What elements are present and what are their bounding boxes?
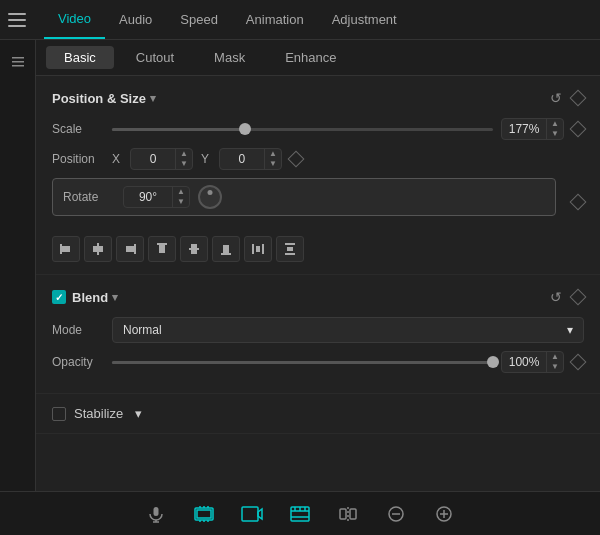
rotate-input[interactable] (124, 187, 172, 207)
scale-keyframe-icon[interactable] (570, 121, 587, 138)
opacity-input-group: ▲ ▼ (501, 351, 564, 373)
blend-checkbox[interactable]: ✓ (52, 290, 66, 304)
blend-mode-label: Mode (52, 323, 104, 337)
pin-icon: ▾ (150, 92, 156, 105)
blend-checkbox-label[interactable]: ✓ Blend (52, 290, 108, 305)
pos-y-input[interactable] (220, 149, 264, 169)
stabilize-label: Stabilize (74, 406, 123, 421)
video-clip-icon[interactable] (236, 498, 268, 530)
align-bottom-btn[interactable] (212, 236, 240, 262)
blend-keyframe-icon[interactable] (570, 289, 587, 306)
scale-down-spinner[interactable]: ▼ (547, 129, 563, 139)
pos-x-input-group: ▲ ▼ (130, 148, 193, 170)
film-clip-icon[interactable] (284, 498, 316, 530)
rotation-dial[interactable] (198, 185, 222, 209)
keyframe-diamond-icon[interactable] (570, 90, 587, 107)
svg-rect-18 (154, 507, 159, 516)
rotate-down[interactable]: ▼ (173, 197, 189, 207)
position-keyframe-icon[interactable] (287, 151, 304, 168)
opacity-keyframe-icon[interactable] (570, 354, 587, 371)
distribute-h-btn[interactable] (244, 236, 272, 262)
blend-actions: ↺ (548, 287, 584, 307)
opacity-input[interactable] (502, 352, 546, 372)
subtab-mask[interactable]: Mask (196, 46, 263, 69)
stabilize-row: Stabilize ▾ (52, 406, 584, 421)
subtab-enhance[interactable]: Enhance (267, 46, 354, 69)
opacity-track (112, 361, 493, 364)
svg-rect-29 (242, 507, 258, 521)
pos-y-down[interactable]: ▼ (265, 159, 281, 169)
dropdown-arrow-icon: ▾ (567, 323, 573, 337)
remove-icon[interactable] (380, 498, 412, 530)
align-center-h-btn[interactable] (84, 236, 112, 262)
align-middle-btn[interactable] (180, 236, 208, 262)
pos-y-spinners: ▲ ▼ (264, 149, 281, 169)
scale-slider[interactable] (112, 119, 493, 139)
rotate-input-group: ▲ ▼ (123, 186, 190, 208)
position-size-actions: ↺ (548, 88, 584, 108)
pos-x-down[interactable]: ▼ (176, 159, 192, 169)
align-left-btn[interactable] (52, 236, 80, 262)
rotate-spinners: ▲ ▼ (172, 187, 189, 207)
pos-y-up[interactable]: ▲ (265, 149, 281, 159)
svg-rect-13 (262, 244, 264, 254)
stabilize-checkbox[interactable] (52, 407, 66, 421)
scale-label: Scale (52, 122, 104, 136)
rotate-keyframe-icon[interactable] (570, 194, 587, 211)
position-size-title: Position & Size ▾ (52, 91, 156, 106)
position-size-section: Position & Size ▾ ↺ Scale (36, 76, 600, 275)
nav-tab-speed[interactable]: Speed (166, 0, 232, 39)
reset-button[interactable]: ↺ (548, 88, 564, 108)
svg-rect-14 (256, 246, 260, 252)
svg-rect-6 (157, 243, 167, 245)
svg-rect-3 (93, 246, 103, 252)
rotate-up[interactable]: ▲ (173, 187, 189, 197)
svg-rect-7 (159, 245, 165, 253)
scale-spinners: ▲ ▼ (546, 119, 563, 139)
blend-mode-row: Mode Normal ▾ (52, 317, 584, 343)
scale-thumb[interactable] (239, 123, 251, 135)
blend-pin-icon: ▾ (112, 291, 118, 304)
rotate-label: Rotate (63, 190, 115, 204)
position-label: Position (52, 152, 104, 166)
pos-x-up[interactable]: ▲ (176, 149, 192, 159)
blend-mode-select[interactable]: Normal ▾ (112, 317, 584, 343)
align-top-btn[interactable] (148, 236, 176, 262)
scale-up-spinner[interactable]: ▲ (547, 119, 563, 129)
subtab-cutout[interactable]: Cutout (118, 46, 192, 69)
svg-rect-1 (62, 246, 70, 252)
scale-fill (112, 128, 245, 131)
position-row: Position X ▲ ▼ Y ▲ ▼ (52, 148, 584, 170)
opacity-slider[interactable] (112, 352, 493, 372)
pos-x-input[interactable] (131, 149, 175, 169)
svg-rect-0 (60, 244, 62, 254)
scale-input-group: ▲ ▼ (501, 118, 564, 140)
scale-track (112, 128, 493, 131)
opacity-up[interactable]: ▲ (547, 352, 563, 362)
x-axis-label: X (112, 152, 120, 166)
blend-reset-button[interactable]: ↺ (548, 287, 564, 307)
hamburger-menu[interactable] (8, 6, 36, 34)
split-icon[interactable] (332, 498, 364, 530)
svg-rect-36 (340, 509, 346, 519)
opacity-thumb[interactable] (487, 356, 499, 368)
scale-row: Scale ▲ ▼ (52, 118, 584, 140)
nav-tab-adjustment[interactable]: Adjustment (318, 0, 411, 39)
microphone-icon[interactable] (140, 498, 172, 530)
subtab-basic[interactable]: Basic (46, 46, 114, 69)
distribute-v-btn[interactable] (276, 236, 304, 262)
blend-header: ✓ Blend ▾ ↺ (52, 287, 584, 307)
nav-tab-video[interactable]: Video (44, 0, 105, 39)
scale-input[interactable] (502, 119, 546, 139)
nav-tab-animation[interactable]: Animation (232, 0, 318, 39)
align-right-btn[interactable] (116, 236, 144, 262)
film-strip-icon[interactable] (188, 498, 220, 530)
svg-rect-16 (285, 253, 295, 255)
nav-tab-audio[interactable]: Audio (105, 0, 166, 39)
sidebar-expand-icon[interactable] (4, 48, 32, 76)
top-navigation: Video Audio Speed Animation Adjustment (0, 0, 600, 40)
blend-title: ✓ Blend ▾ (52, 290, 118, 305)
opacity-down[interactable]: ▼ (547, 362, 563, 372)
add-icon[interactable] (428, 498, 460, 530)
rotate-highlighted-row: Rotate ▲ ▼ (52, 178, 556, 216)
